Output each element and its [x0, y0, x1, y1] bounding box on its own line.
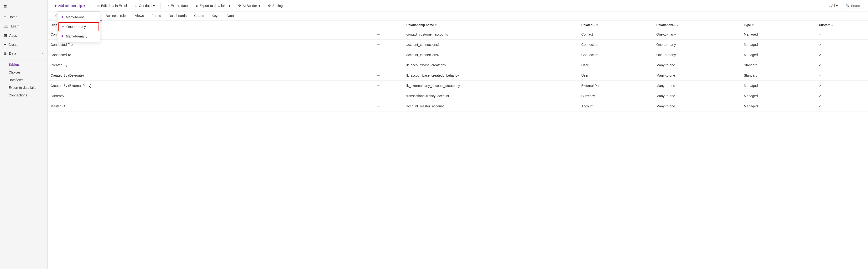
- sort-icon-type: ∨: [752, 24, 754, 27]
- tab-dashboards[interactable]: Dashboards: [165, 11, 191, 21]
- plus-icon-1m: +: [62, 25, 64, 29]
- apps-icon: ⊞: [4, 33, 7, 38]
- cell-related-7: Account: [579, 101, 653, 112]
- get-data-button[interactable]: ◎ Get data ▾: [132, 2, 158, 9]
- cell-display-3: Created By: [48, 60, 373, 70]
- checkmark-icon-0: ✓: [819, 32, 822, 36]
- edit-data-button[interactable]: ⊞ Edit data in Excel: [94, 2, 130, 9]
- cell-type-7: Managed: [741, 101, 816, 112]
- cell-ellipsis-0: ···: [373, 29, 403, 40]
- export-data-button[interactable]: ⇥ Export data: [164, 2, 191, 9]
- sidebar-item-create[interactable]: + Create: [0, 40, 48, 49]
- cell-relname-6: transactioncurrency_account: [404, 91, 579, 101]
- relationships-table: Display name ↑ ∨ Relationship name ∨ Rel…: [48, 21, 868, 112]
- many-to-one-option[interactable]: + Many-to-one: [58, 13, 100, 22]
- table-row: Currency ··· transactioncurrency_account…: [48, 91, 868, 101]
- table-header-row: Display name ↑ ∨ Relationship name ∨ Rel…: [48, 21, 868, 29]
- header-custom[interactable]: Custom...: [816, 21, 868, 29]
- cell-relship-4: Many-to-one: [654, 70, 741, 81]
- sidebar-sub-dataflows[interactable]: Dataflows: [0, 76, 48, 84]
- one-to-many-option[interactable]: + One-to-many: [58, 22, 99, 31]
- cell-related-2: Connection: [579, 50, 653, 60]
- tab-charts[interactable]: Charts: [190, 11, 208, 21]
- cell-relship-2: One-to-many: [654, 50, 741, 60]
- settings-icon: ⚙: [268, 4, 271, 8]
- cell-relname-3: lk_accountbase_createdby: [404, 60, 579, 70]
- checkmark-icon-7: ✓: [819, 104, 822, 108]
- filter-icon: ≡: [828, 4, 830, 8]
- ai-icon: ⚙: [238, 4, 241, 8]
- plus-icon-m1: +: [61, 15, 63, 19]
- settings-button[interactable]: ⚙ Settings: [265, 2, 287, 9]
- tabs-bar: Columns Relationships Business rules Vie…: [48, 11, 868, 21]
- cell-display-5: Created By (External Party): [48, 81, 373, 91]
- search-box[interactable]: 🔍 Search: [843, 3, 864, 9]
- cell-ellipsis-4: ···: [373, 70, 403, 81]
- cell-relname-7: account_master_account: [404, 101, 579, 112]
- header-relship-type[interactable]: Relationshi... ∨: [654, 21, 741, 29]
- row-menu-button-3[interactable]: ···: [375, 63, 381, 68]
- table-row: Company Name ··· contact_customer_accoun…: [48, 29, 868, 40]
- sidebar-sub-tables[interactable]: Tables: [0, 61, 48, 68]
- add-relationship-button[interactable]: + Add relationship ▾: [52, 2, 88, 9]
- table-row: Created By (External Party) ··· lk_exter…: [48, 81, 868, 91]
- tab-views[interactable]: Views: [131, 11, 148, 21]
- sidebar-sub-connections[interactable]: Connections: [0, 91, 48, 99]
- header-ellipsis: [373, 21, 403, 29]
- lake-arrow-icon: ▾: [229, 4, 230, 8]
- sidebar-sub-export[interactable]: Export to data lake: [0, 84, 48, 91]
- cell-custom-1: ✓: [816, 40, 868, 50]
- cell-custom-2: ✓: [816, 50, 868, 60]
- row-menu-button-5[interactable]: ···: [375, 83, 381, 88]
- cell-custom-0: ✓: [816, 29, 868, 40]
- cell-custom-4: ✓: [816, 70, 868, 81]
- row-menu-button-1[interactable]: ···: [375, 42, 381, 47]
- sidebar-item-learn[interactable]: 📖 Learn: [0, 22, 48, 31]
- table-area: Display name ↑ ∨ Relationship name ∨ Rel…: [48, 21, 868, 269]
- cell-display-2: Connected To: [48, 50, 373, 60]
- header-relationship-name[interactable]: Relationship name ∨: [404, 21, 579, 29]
- sort-icon-relship: ∨: [677, 24, 678, 27]
- many-to-many-option[interactable]: + Many-to-many: [58, 32, 100, 41]
- cell-relname-1: account_connections1: [404, 40, 579, 50]
- sidebar-sub-choices[interactable]: Choices: [0, 68, 48, 76]
- header-related[interactable]: Related... ∨: [579, 21, 653, 29]
- cell-type-3: Standard: [741, 60, 816, 70]
- row-menu-button-2[interactable]: ···: [375, 52, 381, 58]
- sort-icon-related: ∨: [596, 24, 598, 27]
- cell-ellipsis-1: ···: [373, 40, 403, 50]
- tab-data[interactable]: Data: [223, 11, 238, 21]
- get-data-icon: ◎: [134, 4, 137, 8]
- ai-arrow-icon: ▾: [258, 4, 260, 8]
- row-menu-button-6[interactable]: ···: [375, 93, 381, 98]
- ai-builder-button[interactable]: ⚙ AI Builder ▾: [235, 2, 263, 9]
- data-icon: ⊞: [4, 52, 7, 55]
- cell-type-1: Managed: [741, 40, 816, 50]
- cell-ellipsis-3: ···: [373, 60, 403, 70]
- row-menu-button-0[interactable]: ···: [375, 32, 381, 37]
- cell-type-4: Standard: [741, 70, 816, 81]
- filter-all-button[interactable]: ≡ All ▾: [826, 3, 840, 8]
- cell-type-2: Managed: [741, 50, 816, 60]
- hamburger-menu[interactable]: ☰: [0, 2, 48, 12]
- row-menu-button-4[interactable]: ···: [375, 73, 381, 78]
- tab-business-rules[interactable]: Business rules: [102, 11, 131, 21]
- checkmark-icon-6: ✓: [819, 94, 822, 98]
- cell-ellipsis-7: ···: [373, 101, 403, 112]
- cell-related-6: Currency: [579, 91, 653, 101]
- sidebar-item-home[interactable]: ⌂ Home: [0, 12, 48, 22]
- add-relationship-dropdown: + Many-to-one + One-to-many + Many-to-ma…: [57, 11, 100, 42]
- sidebar-item-data[interactable]: ⊞ Data ∧: [0, 49, 48, 58]
- dropdown-arrow-icon: ▾: [84, 4, 85, 8]
- cell-relname-0: contact_customer_accounts: [404, 29, 579, 40]
- export-lake-button[interactable]: ◈ Export to data lake ▾: [192, 2, 233, 9]
- header-type[interactable]: Type ∨: [741, 21, 816, 29]
- main-content: + Add relationship ▾ ⊞ Edit data in Exce…: [48, 0, 868, 269]
- sidebar-item-apps[interactable]: ⊞ Apps: [0, 31, 48, 40]
- row-menu-button-7[interactable]: ···: [375, 103, 381, 109]
- tab-keys[interactable]: Keys: [208, 11, 223, 21]
- search-icon: 🔍: [845, 4, 849, 8]
- cell-related-0: Contact: [579, 29, 653, 40]
- cell-related-4: User: [579, 70, 653, 81]
- tab-forms[interactable]: Forms: [148, 11, 165, 21]
